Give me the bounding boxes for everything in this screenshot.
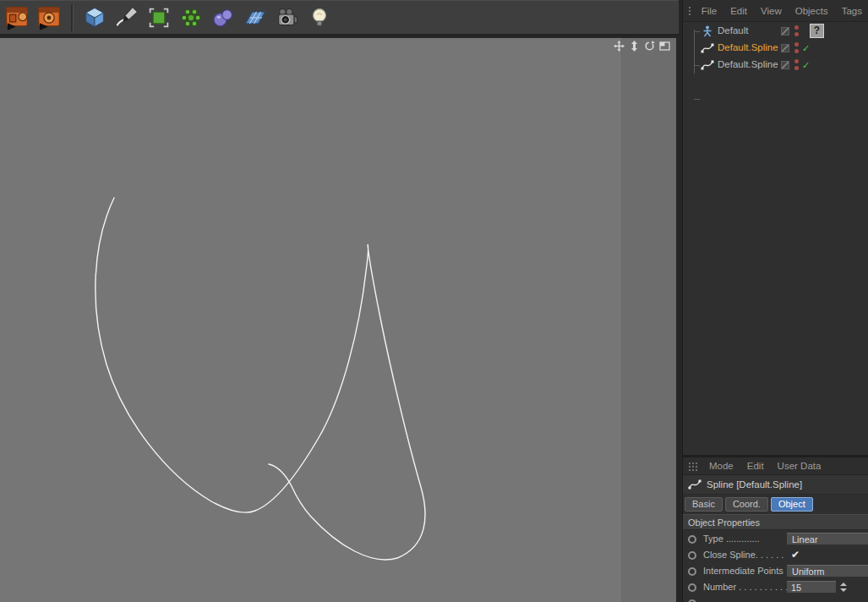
keyframe-bullet-icon[interactable]	[688, 551, 696, 560]
drawn-spline[interactable]	[96, 198, 425, 560]
question-tag-icon[interactable]: ?	[810, 24, 824, 38]
pan-view-icon[interactable]	[614, 41, 625, 52]
attribute-title-bar: Spline [Default.Spline]	[683, 475, 868, 495]
property-label: Number . . . . . . . . . .	[703, 582, 788, 592]
number-spinner[interactable]	[838, 581, 848, 594]
object-row-spline-1[interactable]: Default.Spline ✓	[683, 40, 868, 57]
zoom-view-icon[interactable]	[629, 41, 640, 52]
property-row-close-spline: Close Spline. . . . . . ✔	[683, 547, 868, 563]
light-button[interactable]	[303, 2, 336, 34]
enable-check-icon[interactable]: ✓	[802, 42, 810, 54]
spline-object-icon	[688, 478, 701, 491]
add-cube-button[interactable]	[79, 2, 111, 34]
attribute-tabs: Basic Coord. Object	[683, 495, 868, 513]
render-visibility-dot[interactable]	[794, 32, 799, 36]
modeling-button[interactable]	[143, 2, 175, 34]
drag-handle-icon[interactable]	[687, 5, 691, 16]
spin-down-icon[interactable]	[840, 588, 847, 592]
spin-up-icon[interactable]	[840, 583, 847, 586]
default-object-icon	[701, 25, 714, 38]
array-button[interactable]	[239, 2, 271, 34]
light-bulb-icon	[307, 5, 332, 30]
property-row-type: Type ............. Linear	[683, 531, 868, 547]
object-label: Default	[718, 25, 748, 36]
metaball-icon	[210, 5, 236, 30]
om-menu-tags[interactable]: Tags	[835, 6, 868, 16]
section-header-object-properties[interactable]: Object Properties	[683, 514, 868, 530]
tab-coord[interactable]: Coord.	[725, 497, 768, 512]
layer-chip[interactable]	[781, 27, 789, 36]
render-visibility-dot[interactable]	[794, 66, 799, 70]
attribute-title: Spline [Default.Spline]	[707, 479, 802, 490]
close-spline-checkbox[interactable]: ✔	[791, 549, 800, 561]
tab-object[interactable]: Object	[771, 497, 813, 512]
spline-pen-icon	[114, 5, 139, 30]
render-view-icon	[3, 4, 30, 31]
tab-basic[interactable]: Basic	[685, 497, 723, 512]
right-panel: File Edit View Objects Tags Default	[682, 0, 868, 602]
object-label: Default.Spline	[718, 59, 778, 69]
freehand-spline-button[interactable]	[111, 2, 143, 34]
property-row-partial	[683, 595, 868, 602]
keyframe-bullet-icon[interactable]	[688, 567, 696, 576]
toggle-view-icon[interactable]	[659, 41, 670, 52]
visibility-dots[interactable]	[794, 59, 800, 71]
render-settings-button[interactable]	[33, 2, 65, 34]
object-row-default[interactable]: Default ?	[683, 23, 868, 40]
keyframe-bullet-icon[interactable]	[688, 583, 696, 592]
viewport-nav-controls	[614, 41, 670, 52]
cube-icon	[82, 5, 107, 30]
visibility-dots[interactable]	[794, 42, 800, 54]
object-label: Default.Spline	[718, 42, 778, 52]
am-menu-userdata[interactable]: User Data	[771, 461, 828, 471]
render-settings-icon	[35, 4, 63, 31]
object-tree: Default ? Default.Spline	[683, 23, 868, 82]
modeling-cube-icon	[146, 5, 172, 30]
am-menu-edit[interactable]: Edit	[740, 461, 771, 471]
toolbar-separator	[71, 4, 73, 31]
intermediate-points-dropdown[interactable]: Uniform	[787, 565, 868, 577]
camera-icon	[275, 5, 300, 30]
attribute-manager-menubar: Mode Edit User Data	[683, 457, 868, 475]
visibility-dots[interactable]	[794, 25, 800, 37]
om-menu-objects[interactable]: Objects	[789, 6, 835, 16]
mograph-button[interactable]	[175, 2, 207, 34]
keyframe-bullet-icon[interactable]	[688, 535, 696, 544]
render-visibility-dot[interactable]	[794, 49, 799, 53]
spline-object-icon	[701, 41, 714, 55]
rotate-view-icon[interactable]	[644, 41, 655, 52]
mograph-cluster-icon	[178, 5, 204, 30]
property-row-intermediate-points: Intermediate Points Uniform	[683, 563, 868, 579]
property-label: Intermediate Points	[703, 566, 783, 576]
render-view-button[interactable]	[1, 2, 33, 34]
object-row-spline-2[interactable]: Default.Spline ✓	[683, 57, 868, 74]
om-menu-view[interactable]: View	[754, 6, 789, 16]
tree-line	[694, 99, 700, 100]
om-menu-file[interactable]: File	[695, 6, 724, 16]
type-dropdown[interactable]: Linear	[787, 533, 868, 545]
viewport-3d[interactable]	[0, 38, 676, 602]
layer-chip[interactable]	[781, 44, 789, 52]
metaball-button[interactable]	[207, 2, 239, 34]
editor-visibility-dot[interactable]	[794, 59, 799, 63]
enable-check-icon[interactable]: ✓	[802, 59, 810, 71]
om-menu-edit[interactable]: Edit	[723, 6, 754, 16]
editor-visibility-dot[interactable]	[794, 42, 799, 47]
cinema4d-window: File Edit View Objects Tags Default	[0, 0, 868, 602]
property-row-number: Number . . . . . . . . . . 15	[683, 579, 868, 595]
property-label: Close Spline. . . . . .	[703, 550, 783, 560]
property-label: Type .............	[703, 534, 760, 544]
tree-line	[694, 31, 700, 32]
camera-button[interactable]	[271, 2, 303, 34]
object-manager-menubar: File Edit View Objects Tags	[683, 0, 868, 22]
number-input[interactable]: 15	[787, 581, 836, 594]
viewport-canvas[interactable]	[0, 38, 676, 602]
main-toolbar	[0, 0, 679, 36]
spline-object-icon	[701, 58, 714, 72]
array-grid-icon	[243, 5, 268, 30]
am-menu-mode[interactable]: Mode	[702, 461, 740, 471]
drag-handle-icon[interactable]	[687, 461, 698, 472]
editor-visibility-dot[interactable]	[794, 25, 799, 30]
layer-chip[interactable]	[781, 61, 789, 69]
property-list: Type ............. Linear Close Spline. …	[683, 531, 868, 602]
